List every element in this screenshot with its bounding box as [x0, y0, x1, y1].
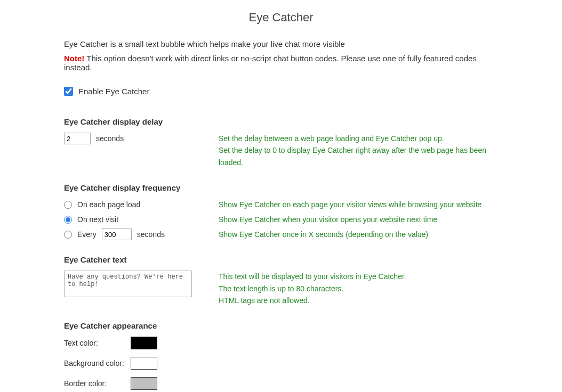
text-hint-line1: This text will be displayed to your visi…: [219, 272, 406, 281]
text-hint: This text will be displayed to your visi…: [219, 271, 498, 306]
delay-hint: Set the delay between a web page loading…: [219, 133, 498, 168]
text-color-label: Text color:: [64, 339, 131, 347]
enable-checkbox[interactable]: [64, 87, 73, 96]
border-color-label: Border color:: [64, 379, 131, 388]
frequency-heading: Eye Catcher display frequency: [64, 183, 498, 192]
text-color-row: Text color:: [64, 337, 498, 349]
text-hint-line3: HTML tags are not allowed.: [219, 296, 310, 305]
freq-hint-next-visit: Show Eye Catcher when your visitor opens…: [219, 214, 498, 225]
enable-label: Enable Eye Catcher: [78, 87, 149, 96]
text-hint-line2: The text length is up to 80 characters.: [219, 284, 343, 293]
delay-hint-line1: Set the delay between a web page loading…: [219, 134, 444, 143]
eye-catcher-text-input[interactable]: [64, 271, 192, 297]
freq-label-next-visit: On next visit: [77, 215, 118, 224]
frequency-hints: Show Eye Catcher on each page your visit…: [219, 199, 498, 240]
delay-heading: Eye Catcher display delay: [64, 117, 498, 126]
intro-text: Eye Catcher is a small text bubble which…: [64, 39, 498, 48]
freq-option-every[interactable]: Every seconds: [64, 228, 208, 240]
bg-color-label: Background color:: [64, 359, 131, 368]
text-color-swatch[interactable]: [131, 337, 157, 349]
freq-radio-next-visit[interactable]: [64, 216, 72, 224]
page-title: Eye Catcher: [64, 11, 498, 24]
freq-every-unit: seconds: [137, 230, 165, 239]
freq-option-each-load[interactable]: On each page load: [64, 199, 208, 210]
note-line: Note! This option doesn't work with dire…: [64, 54, 498, 72]
freq-hint-each-load: Show Eye Catcher on each page your visit…: [219, 199, 498, 210]
freq-radio-every[interactable]: [64, 231, 72, 239]
delay-hint-line2: Set the delay to 0 to display Eye Catche…: [219, 146, 486, 166]
enable-row: Enable Eye Catcher: [64, 87, 498, 96]
freq-option-next-visit[interactable]: On next visit: [64, 214, 208, 225]
border-color-swatch[interactable]: [131, 377, 157, 390]
text-heading: Eye Catcher text: [64, 255, 498, 264]
freq-hint-every: Show Eye Catcher once in X seconds (depe…: [219, 228, 498, 240]
bg-color-swatch[interactable]: [131, 357, 157, 370]
freq-every-input[interactable]: [102, 228, 132, 240]
freq-radio-each-load[interactable]: [64, 201, 72, 209]
bg-color-row: Background color:: [64, 357, 498, 370]
border-color-row: Border color:: [64, 377, 498, 390]
freq-label-each-load: On each page load: [77, 200, 140, 209]
freq-label-every-prefix: Every: [77, 230, 97, 239]
delay-unit: seconds: [96, 134, 124, 143]
appearance-heading: Eye Catcher appearance: [64, 321, 498, 330]
note-text: This option doesn't work with direct lin…: [64, 54, 477, 72]
delay-input[interactable]: [64, 133, 91, 144]
note-label: Note!: [64, 54, 84, 63]
